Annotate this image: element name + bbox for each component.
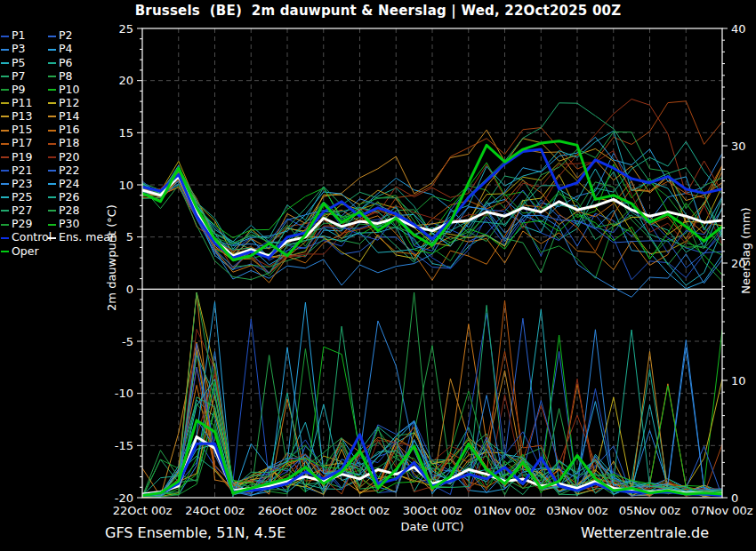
meteogram-chart: 2520151050-5-10-15-2040302010022Oct 00z2… — [0, 0, 756, 551]
x-axis-tick-labels: 22Oct 00z24Oct 00z26Oct 00z28Oct 00z30Oc… — [113, 504, 753, 517]
meteogram-page: Brussels (BE) 2m dauwpunt & Neerslag | W… — [0, 0, 756, 551]
y-axis-title-left: 2m dauwpunt (°C) — [105, 204, 118, 311]
svg-text:-5: -5 — [122, 335, 133, 348]
svg-text:15: 15 — [118, 126, 133, 140]
svg-text:-15: -15 — [115, 439, 133, 452]
model-info: GFS Ensemble, 51N, 4.5E — [105, 524, 286, 541]
watermark: Wetterzentrale.de — [581, 524, 709, 541]
svg-text:30: 30 — [731, 140, 746, 153]
y-axis-title-right: Neerslag (mm) — [739, 207, 752, 293]
svg-text:05Nov 00z: 05Nov 00z — [619, 504, 681, 517]
svg-text:5: 5 — [126, 230, 133, 244]
svg-text:10: 10 — [118, 179, 133, 192]
svg-text:30Oct 00z: 30Oct 00z — [403, 504, 462, 517]
svg-text:07Nov 00z: 07Nov 00z — [691, 504, 753, 517]
svg-text:26Oct 00z: 26Oct 00z — [258, 504, 318, 517]
svg-text:24Oct 00z: 24Oct 00z — [185, 504, 245, 517]
svg-text:40: 40 — [731, 22, 746, 36]
svg-text:0: 0 — [731, 491, 738, 505]
x-axis-title: Date (UTC) — [400, 520, 463, 533]
svg-text:25: 25 — [118, 22, 133, 36]
svg-text:22Oct 00z: 22Oct 00z — [113, 504, 173, 517]
svg-text:01Nov 00z: 01Nov 00z — [474, 504, 536, 517]
svg-text:10: 10 — [731, 374, 746, 387]
svg-text:-20: -20 — [115, 491, 133, 505]
svg-text:0: 0 — [126, 283, 133, 296]
svg-text:03Nov 00z: 03Nov 00z — [546, 504, 608, 517]
svg-text:28Oct 00z: 28Oct 00z — [330, 504, 390, 517]
svg-text:20: 20 — [118, 74, 133, 87]
svg-text:-10: -10 — [115, 387, 133, 400]
